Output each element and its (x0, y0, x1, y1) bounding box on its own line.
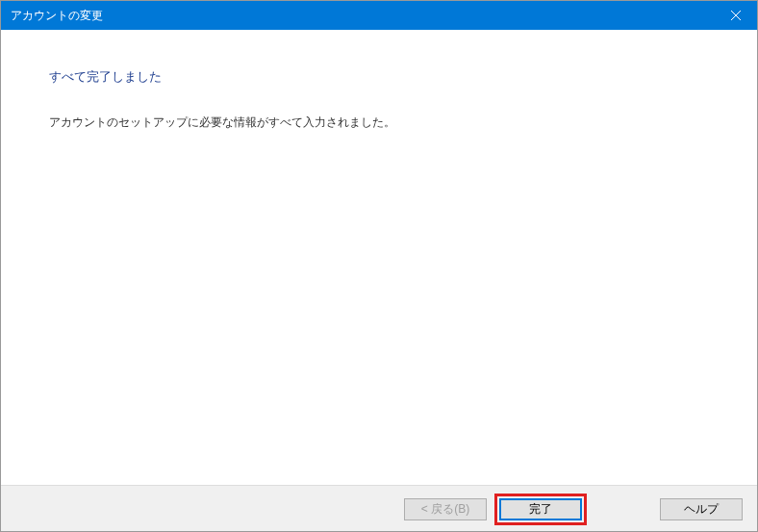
close-icon (731, 11, 741, 20)
finish-button[interactable]: 完了 (499, 498, 582, 520)
close-button[interactable] (714, 1, 757, 30)
titlebar: アカウントの変更 (1, 1, 757, 30)
finish-button-highlight: 完了 (494, 494, 587, 525)
page-heading: すべて完了しました (49, 68, 709, 86)
content-area: すべて完了しました アカウントのセットアップに必要な情報がすべて入力されました。 (1, 30, 757, 485)
window-title: アカウントの変更 (11, 8, 103, 24)
help-button[interactable]: ヘルプ (660, 498, 743, 520)
back-button: < 戻る(B) (404, 498, 487, 520)
page-description: アカウントのセットアップに必要な情報がすべて入力されました。 (49, 114, 709, 131)
footer-bar: < 戻る(B) 完了 ヘルプ (1, 485, 757, 532)
